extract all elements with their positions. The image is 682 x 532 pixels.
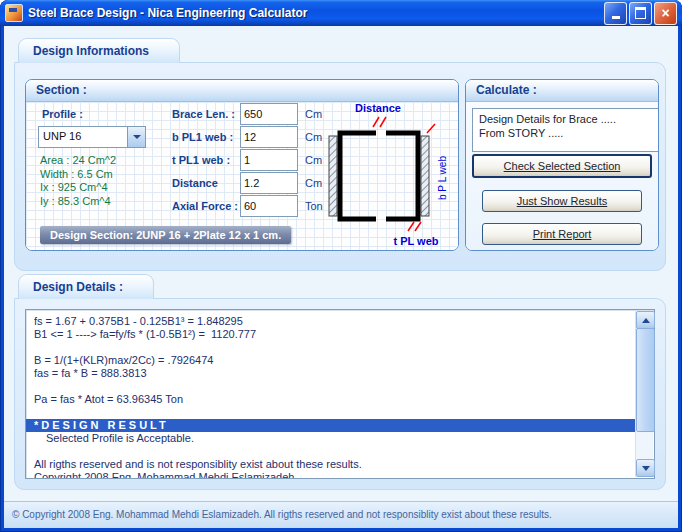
- titlebar[interactable]: Steel Brace Design - Nica Engineering Ca…: [0, 0, 682, 26]
- chevron-down-icon: [133, 135, 141, 139]
- minimize-button[interactable]: [604, 2, 627, 25]
- right-plate: [421, 136, 429, 216]
- client-area: Design Informations Section : Profile : …: [4, 26, 678, 528]
- details-line: Copyright 2008 Eng. Mohammad Mehdi Eslam…: [34, 471, 629, 478]
- t-pl1-web-input[interactable]: [240, 149, 298, 171]
- scroll-down-button[interactable]: [636, 459, 655, 477]
- status-footer: © Copyright 2008 Eng. Mohammad Mehdi Esl…: [4, 501, 678, 528]
- property-area: Area : 24 Cm^2: [40, 154, 116, 168]
- dropdown-arrow-button[interactable]: [127, 127, 145, 147]
- details-line: fas = fa * B = 888.3813: [34, 367, 629, 380]
- scroll-thumb[interactable]: [636, 328, 655, 432]
- distance-dim-marks: [373, 117, 386, 127]
- calculate-body: Design Details for Brace ..... From STOR…: [466, 102, 658, 250]
- profile-dropdown-value: UNP 16: [39, 127, 127, 147]
- check-selected-section-button[interactable]: Check Selected Section: [472, 154, 652, 178]
- b-pl1-web-input[interactable]: [240, 126, 298, 148]
- field-label: t PL1 web :: [172, 154, 240, 166]
- brace-len-input[interactable]: [240, 103, 298, 125]
- minimize-icon: [612, 16, 620, 19]
- arrow-down-icon: [642, 466, 650, 471]
- field-row-brace-len: Brace Len. : Cm: [172, 104, 323, 124]
- distance-label: Distance: [355, 102, 401, 114]
- maximize-button[interactable]: [629, 2, 652, 25]
- maximize-icon: [635, 7, 646, 19]
- field-label: Axial Force :: [172, 200, 240, 212]
- b-pl-web-dim-marks: [427, 124, 435, 133]
- field-row-b-pl1-web: b PL1 web : Cm: [172, 127, 323, 147]
- details-line: [34, 341, 629, 354]
- field-row-distance: Distance Cm: [172, 173, 323, 193]
- details-line: fs = 1.67 + 0.375B1 - 0.125B1³ = 1.84829…: [34, 315, 629, 328]
- footer-text: © Copyright 2008 Eng. Mohammad Mehdi Esl…: [12, 509, 552, 520]
- design-informations-tab: Design Informations: [18, 38, 180, 63]
- axial-force-input[interactable]: [240, 195, 298, 217]
- section-properties: Area : 24 Cm^2 Width : 6.5 Cm Ix : 925 C…: [40, 154, 116, 208]
- details-line: All rigths reserved and is not responsib…: [34, 458, 629, 471]
- scroll-up-button[interactable]: [636, 311, 655, 329]
- just-show-results-button[interactable]: Just Show Results: [482, 190, 642, 212]
- details-line: [34, 406, 629, 419]
- left-plate: [329, 136, 337, 216]
- property-iy: Iy : 85.3 Cm^4: [40, 195, 116, 209]
- app-window: Steel Brace Design - Nica Engineering Ca…: [0, 0, 682, 532]
- app-icon: [5, 4, 23, 22]
- field-label: Brace Len. :: [172, 108, 240, 120]
- window-title: Steel Brace Design - Nica Engineering Ca…: [28, 6, 599, 20]
- profile-label: Profile :: [42, 108, 83, 120]
- calculate-header: Calculate :: [466, 80, 658, 102]
- design-result-line: *DESIGN RESULT: [26, 419, 637, 432]
- property-width: Width : 6.5 Cm: [40, 168, 116, 182]
- design-section-bar: Design Section: 2UNP 16 + 2Plate 12 x 1 …: [40, 226, 291, 244]
- scrollbar-track[interactable]: [635, 311, 653, 477]
- unp-channels: [340, 133, 418, 219]
- property-ix: Ix : 925 Cm^4: [40, 181, 116, 195]
- t-pl-web-label: t PL web: [393, 235, 438, 247]
- design-details-tab: Design Details :: [18, 274, 154, 299]
- arrow-up-icon: [642, 318, 650, 323]
- details-line: [34, 445, 629, 458]
- details-line: B1 <= 1 ----> fa=fy/fs * (1-0.5B1²) = 11…: [34, 328, 629, 341]
- section-diagram: Distance: [312, 102, 454, 250]
- calc-info-box: Design Details for Brace ..... From STOR…: [472, 108, 659, 152]
- profile-dropdown[interactable]: UNP 16: [38, 126, 146, 148]
- section-groupbox: Section : Profile : UNP 16 Area : 24 Cm^…: [25, 79, 459, 251]
- details-line: Selected Profile is Acceptable.: [34, 432, 629, 445]
- field-label: b PL1 web :: [172, 131, 240, 143]
- calculate-groupbox: Calculate : Design Details for Brace ...…: [465, 79, 659, 251]
- distance-input[interactable]: [240, 172, 298, 194]
- field-row-t-pl1-web: t PL1 web : Cm: [172, 150, 323, 170]
- field-row-axial-force: Axial Force : Ton: [172, 196, 323, 216]
- calc-info-line-2: From STORY .....: [479, 126, 659, 140]
- design-details-panel: fs = 1.67 + 0.375B1 - 0.125B1³ = 1.84829…: [14, 298, 666, 490]
- close-button[interactable]: ×: [654, 2, 677, 25]
- details-line: B = 1/(1+(KLR)max/2Cc) = .7926474: [34, 354, 629, 367]
- details-line: [34, 380, 629, 393]
- section-header: Section :: [26, 80, 458, 102]
- details-line: Pa = fas * Atot = 63.96345 Ton: [34, 393, 629, 406]
- field-label: Distance: [172, 177, 240, 189]
- section-body: Profile : UNP 16 Area : 24 Cm^2 Width : …: [26, 102, 458, 250]
- details-textbox[interactable]: fs = 1.67 + 0.375B1 - 0.125B1³ = 1.84829…: [25, 309, 655, 479]
- design-informations-panel: Section : Profile : UNP 16 Area : 24 Cm^…: [14, 62, 666, 271]
- b-pl-web-label: b P L web: [437, 156, 448, 200]
- input-fields: Brace Len. : Cm b PL1 web : Cm t PL1 web…: [172, 104, 323, 219]
- t-pl-web-dim-marks: [408, 222, 421, 231]
- details-content: fs = 1.67 + 0.375B1 - 0.125B1³ = 1.84829…: [26, 310, 637, 478]
- print-report-button[interactable]: Print Report: [482, 223, 642, 245]
- close-icon: ×: [661, 6, 669, 20]
- calc-info-line-1: Design Details for Brace .....: [479, 112, 659, 126]
